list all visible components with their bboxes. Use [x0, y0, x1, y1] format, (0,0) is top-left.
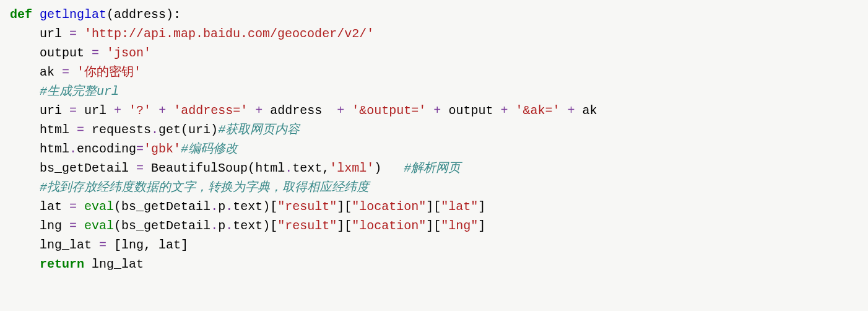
indent [10, 199, 40, 214]
id-address: address [270, 103, 337, 118]
line-5: #生成完整url [10, 84, 119, 99]
indent [10, 180, 40, 195]
op-plus: + [158, 103, 166, 118]
indent [10, 142, 40, 156]
op-assign: = [92, 46, 99, 60]
paren-close: ) [263, 219, 270, 233]
indent [10, 103, 40, 118]
space [151, 103, 158, 118]
indent [10, 257, 40, 271]
list-literal: [lng, lat] [114, 238, 188, 252]
comma: , [322, 161, 329, 175]
op-assign: = [136, 161, 144, 175]
op-assign: = [99, 238, 106, 252]
indent [10, 161, 40, 175]
attr-p: p [218, 219, 225, 233]
op-plus: + [567, 103, 575, 118]
indent [10, 46, 40, 60]
op-plus: + [433, 103, 441, 118]
space [381, 161, 404, 175]
space [84, 257, 92, 271]
builtin-eval: eval [84, 219, 114, 233]
paren-open: ( [248, 161, 255, 175]
comment-encoding: #编码修改 [181, 142, 238, 156]
string-address: 'address=' [173, 103, 248, 118]
var-url: url [40, 27, 69, 41]
python-code-block: def getlnglat(address): url = 'http://ap… [0, 0, 868, 279]
space [77, 103, 84, 118]
string-gbk: 'gbk' [144, 142, 181, 156]
line-7: html = requests.get(uri)#获取网页内容 [10, 123, 300, 137]
var-bs: bs_getDetail [40, 161, 136, 175]
space [69, 65, 77, 79]
line-4: ak = '你的密钥' [10, 65, 141, 79]
op-plus: + [114, 103, 121, 118]
space [77, 27, 84, 41]
dot: . [225, 219, 233, 233]
keyword-return: return [40, 257, 84, 271]
space [263, 103, 270, 118]
function-name: getlnglat [40, 7, 106, 22]
op-assign: = [69, 219, 77, 233]
space [144, 161, 151, 175]
space [248, 103, 255, 118]
call-args: (uri) [181, 123, 218, 137]
id-html: html [40, 142, 69, 156]
cls-bs: BeautifulSoup [151, 161, 248, 175]
var-lat: lat [40, 199, 69, 214]
keyword-def: def [10, 7, 32, 22]
line-3: output = 'json' [10, 46, 151, 60]
string-json: 'json' [106, 46, 151, 60]
bracket: ] [478, 219, 485, 233]
string-lxml: 'lxml' [329, 161, 374, 175]
space [166, 103, 173, 118]
attr-p: p [218, 199, 225, 214]
key-location: "location" [352, 199, 426, 214]
id-bs: bs_getDetail [121, 199, 210, 214]
space [84, 123, 92, 137]
key-result: "result" [277, 219, 337, 233]
paren-close: ) [374, 161, 381, 175]
dot: . [69, 142, 77, 156]
string-qmark: '?' [129, 103, 151, 118]
indent [10, 84, 40, 99]
line-14: return lng_lat [10, 257, 144, 271]
id-output: output [448, 103, 500, 118]
dot: . [210, 219, 218, 233]
space [77, 199, 84, 214]
var-lnglat: lng_lat [40, 238, 99, 252]
space [77, 219, 84, 233]
method-get: get [158, 123, 181, 137]
op-assign: = [69, 27, 77, 41]
paren-open: ( [106, 7, 114, 22]
key-lng: "lng" [441, 219, 478, 233]
var-uri: uri [40, 103, 69, 118]
indent [10, 238, 40, 252]
space [560, 103, 567, 118]
space [106, 238, 114, 252]
line-1: def getlnglat(address): [10, 7, 181, 22]
op-assign: = [69, 199, 77, 214]
bracket: ][ [337, 199, 352, 214]
attr-text: text [292, 161, 322, 175]
string-output: '&output=' [352, 103, 426, 118]
id-ak: ak [583, 103, 597, 118]
comment-fetch: #获取网页内容 [218, 123, 300, 137]
space [508, 103, 515, 118]
var-lng: lng [40, 219, 69, 233]
bracket: [ [270, 219, 277, 233]
id-bs: bs_getDetail [121, 219, 210, 233]
op-plus: + [255, 103, 263, 118]
indent [10, 27, 40, 41]
line-10: #找到存放经纬度数据的文字，转换为字典，取得相应经纬度 [10, 180, 369, 195]
string-ak: '你的密钥' [77, 65, 141, 79]
space [344, 103, 352, 118]
op-assign: = [77, 123, 84, 137]
op-assign: = [136, 142, 144, 156]
dot: . [285, 161, 292, 175]
line-6: uri = url + '?' + 'address=' + address +… [10, 103, 597, 118]
comment-parse: #解析网页 [404, 161, 461, 175]
line-2: url = 'http://api.map.baidu.com/geocoder… [10, 27, 374, 41]
var-ak: ak [40, 65, 62, 79]
paren-open: ( [114, 219, 121, 233]
